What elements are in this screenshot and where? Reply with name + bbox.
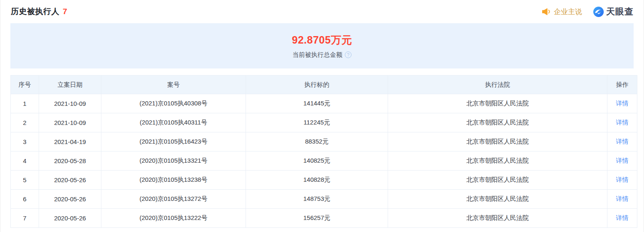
detail-link[interactable]: 详情 [616,195,629,202]
cell-action: 详情 [607,132,637,151]
enterprise-owner-label: 企业主说 [554,7,582,17]
cell-court: 北京市朝阳区人民法院 [388,190,607,209]
cell-date: 2021-10-09 [39,113,101,132]
table-row: 1 2021-10-09 (2021)京0105执40308号 141445元 … [11,94,637,113]
cell-case: (2021)京0105执16423号 [101,132,246,151]
cell-case: (2020)京0105执13272号 [101,190,246,209]
cell-action: 详情 [607,209,637,228]
detail-link[interactable]: 详情 [616,100,629,107]
topbar-right: 企业主说 天眼查 [541,6,634,17]
detail-link[interactable]: 详情 [616,119,629,126]
page-title-wrap: 历史被执行人 7 [11,6,67,17]
total-amount-label: 当前被执行总金额 [293,51,342,59]
total-amount-label-row: 当前被执行总金额 ? [293,51,351,59]
record-count-badge: 7 [63,7,67,16]
cell-target: 156257元 [246,209,388,228]
cell-date: 2020-05-26 [39,209,101,228]
cell-no: 5 [11,171,39,190]
cell-action: 详情 [607,190,637,209]
cell-court: 北京市朝阳区人民法院 [388,132,607,151]
page-title: 历史被执行人 [11,6,59,17]
cell-court: 北京市朝阳区人民法院 [388,151,607,171]
cell-action: 详情 [607,113,637,132]
cell-date: 2020-05-26 [39,171,101,190]
detail-link[interactable]: 详情 [616,176,629,183]
table-header-row: 序号 立案日期 案号 执行标的 执行法院 操作 [11,76,637,94]
cell-date: 2021-04-19 [39,132,101,151]
tianyancha-logo[interactable]: 天眼查 [593,6,634,17]
cell-no: 2 [11,113,39,132]
detail-link[interactable]: 详情 [616,157,629,164]
cell-target: 140828元 [246,171,388,190]
cell-case: (2020)京0105执13222号 [101,209,246,228]
summary-banner: 92.8705万元 当前被执行总金额 ? [10,23,634,68]
megaphone-icon [541,7,551,16]
cell-target: 112245元 [246,113,388,132]
column-header-action: 操作 [607,76,637,94]
table-row: 5 2020-05-26 (2020)京0105执13238号 140828元 … [11,171,637,190]
cell-no: 7 [11,209,39,228]
table-row: 4 2020-05-28 (2020)京0105执13321号 140825元 … [11,151,637,171]
column-header-court: 执行法院 [388,76,607,94]
cell-date: 2020-05-26 [39,190,101,209]
cell-date: 2020-05-28 [39,151,101,171]
cell-court: 北京市朝阳区人民法院 [388,113,607,132]
cell-case: (2020)京0105执13321号 [101,151,246,171]
cell-no: 4 [11,151,39,171]
detail-link[interactable]: 详情 [616,214,629,221]
column-header-target: 执行标的 [246,76,388,94]
enterprise-owner-link[interactable]: 企业主说 [541,7,582,17]
column-header-date: 立案日期 [39,76,101,94]
executed-records-table-wrap: 序号 立案日期 案号 执行标的 执行法院 操作 1 2021-10-09 (20… [10,75,634,228]
table-row: 6 2020-05-26 (2020)京0105执13272号 148753元 … [11,190,637,209]
cell-target: 141445元 [246,94,388,113]
column-header-no: 序号 [11,76,39,94]
table-row: 2 2021-10-09 (2021)京0105执40311号 112245元 … [11,113,637,132]
cell-case: (2021)京0105执40311号 [101,113,246,132]
section-header: 历史被执行人 7 企业主说 [1,0,643,23]
table-row: 7 2020-05-26 (2020)京0105执13222号 156257元 … [11,209,637,228]
help-circle-icon[interactable]: ? [345,51,351,58]
brand-name: 天眼查 [606,6,634,17]
cell-target: 88352元 [246,132,388,151]
table-row: 3 2021-04-19 (2021)京0105执16423号 88352元 北… [11,132,637,151]
cell-target: 148753元 [246,190,388,209]
cell-date: 2021-10-09 [39,94,101,113]
cell-no: 3 [11,132,39,151]
cell-no: 6 [11,190,39,209]
cell-case: (2020)京0105执13238号 [101,171,246,190]
cell-court: 北京市朝阳区人民法院 [388,94,607,113]
cell-target: 140825元 [246,151,388,171]
cell-court: 北京市朝阳区人民法院 [388,209,607,228]
detail-link[interactable]: 详情 [616,138,629,145]
cell-action: 详情 [607,171,637,190]
cell-court: 北京市朝阳区人民法院 [388,171,607,190]
executed-records-table: 序号 立案日期 案号 执行标的 执行法院 操作 1 2021-10-09 (20… [10,75,637,228]
column-header-case: 案号 [101,76,246,94]
cell-case: (2021)京0105执40308号 [101,94,246,113]
cell-no: 1 [11,94,39,113]
page-container: 历史被执行人 7 企业主说 [0,0,644,232]
tianyancha-logo-icon [593,6,604,17]
cell-action: 详情 [607,94,637,113]
cell-action: 详情 [607,151,637,171]
total-amount: 92.8705万元 [292,33,352,47]
